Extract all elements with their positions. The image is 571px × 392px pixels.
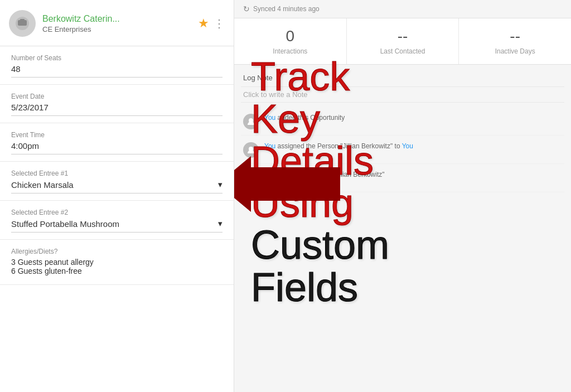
activity-avatar-1 — [243, 142, 259, 158]
contact-company: CE Enterprises — [42, 25, 191, 33]
activity-text-0: You added this Opportunity — [264, 113, 345, 123]
field-group-allergies: Allergies/Diets? 3 Guests peanut allergy… — [0, 240, 234, 285]
field-label-event-date: Event Date — [11, 93, 222, 100]
stat-interactions: 0 Interactions — [234, 18, 347, 64]
stat-label-last-contacted: Last Contacted — [380, 47, 425, 55]
stat-inactive-days: -- Inactive Days — [459, 18, 571, 64]
stats-row: 0 Interactions -- Last Contacted -- Inac… — [234, 18, 571, 65]
field-label-entree2: Selected Entree #2 — [11, 209, 222, 216]
activity-rest-2: added the Person "Jillian Berkowitz" — [278, 171, 385, 178]
contact-actions: ★ ⋮ — [198, 16, 225, 31]
log-note-label[interactable]: Log Note — [243, 74, 273, 82]
avatar — [9, 10, 36, 37]
field-label-event-time: Event Time — [11, 131, 222, 139]
activity-item-2: You added the Person "Jillian Berkowitz" — [241, 164, 564, 192]
activity-rest-1: assigned the Person "Jillian Berkowitz" … — [278, 142, 402, 150]
activity-link-you-2[interactable]: You — [264, 171, 275, 178]
field-value-event-time[interactable]: 4:00pm — [11, 141, 222, 154]
field-group-entree1: Selected Entree #1 Chicken Marsala ▾ — [0, 162, 234, 201]
field-value-allergies: 3 Guests peanut allergy 6 Guests gluten-… — [11, 258, 222, 278]
log-note-dropdown[interactable]: ▾ — [277, 74, 280, 82]
sync-text: Synced 4 minutes ago — [253, 5, 320, 13]
activity-link-you-1b[interactable]: You — [402, 142, 413, 150]
entree2-dropdown[interactable]: Stuffed Portabella Mushroom ▾ — [11, 219, 222, 233]
stat-label-inactive-days: Inactive Days — [495, 47, 535, 55]
field-label-allergies: Allergies/Diets? — [11, 248, 222, 255]
note-placeholder[interactable]: Click to write a Note — [241, 87, 564, 103]
fields-section: Number of Seats 48 Event Date 5/23/2017 … — [0, 46, 234, 285]
svg-rect-2 — [20, 19, 25, 22]
log-note-dropdown-arrow: ▾ — [277, 74, 280, 82]
entree1-value: Chicken Marsala — [11, 180, 74, 190]
activity-text-2: You added the Person "Jillian Berkowitz" — [264, 170, 385, 180]
activity-avatar-0 — [243, 114, 259, 129]
stat-label-interactions: Interactions — [273, 47, 307, 55]
entree1-dropdown-arrow: ▾ — [218, 180, 222, 190]
activity-rest-0: added this Opportunity — [278, 114, 345, 122]
stat-value-interactions: 0 — [286, 27, 295, 45]
right-panel: ↻ Synced 4 minutes ago 0 Interactions --… — [234, 0, 571, 392]
sync-bar: ↻ Synced 4 minutes ago — [234, 0, 571, 18]
field-group-seats: Number of Seats 48 — [0, 46, 234, 85]
activity-section: Log Note ▾ Click to write a Note You add… — [234, 65, 571, 392]
left-panel: Berkowitz Caterin... CE Enterprises ★ ⋮ … — [0, 0, 234, 392]
log-note-row: Log Note ▾ — [241, 69, 564, 87]
contact-info: Berkowitz Caterin... CE Enterprises — [42, 14, 191, 33]
activity-link-you-1[interactable]: You — [264, 142, 275, 150]
contact-header: Berkowitz Caterin... CE Enterprises ★ ⋮ — [0, 0, 234, 46]
star-icon[interactable]: ★ — [198, 16, 209, 31]
field-group-entree2: Selected Entree #2 Stuffed Portabella Mu… — [0, 201, 234, 240]
activity-link-you-0[interactable]: You — [264, 114, 275, 122]
entree1-dropdown[interactable]: Chicken Marsala ▾ — [11, 180, 222, 193]
field-value-seats[interactable]: 48 — [11, 64, 222, 78]
stat-value-inactive-days: -- — [510, 27, 520, 45]
activity-item-0: You added this Opportunity — [241, 107, 564, 135]
activity-text-1: You assigned the Person "Jillian Berkowi… — [264, 141, 413, 151]
field-label-entree1: Selected Entree #1 — [11, 170, 222, 177]
stat-last-contacted: -- Last Contacted — [347, 18, 459, 64]
activity-avatar-2 — [243, 171, 259, 186]
contact-name[interactable]: Berkowitz Caterin... — [42, 14, 191, 24]
sync-icon: ↻ — [243, 4, 250, 13]
field-group-event-date: Event Date 5/23/2017 — [0, 85, 234, 123]
main-container: Berkowitz Caterin... CE Enterprises ★ ⋮ … — [0, 0, 571, 392]
activity-item-1: You assigned the Person "Jillian Berkowi… — [241, 135, 564, 164]
field-group-event-time: Event Time 4:00pm — [0, 123, 234, 162]
stat-value-last-contacted: -- — [398, 27, 408, 45]
entree2-dropdown-arrow: ▾ — [218, 219, 222, 229]
entree2-value: Stuffed Portabella Mushroom — [11, 219, 119, 229]
field-value-event-date[interactable]: 5/23/2017 — [11, 103, 222, 116]
more-icon[interactable]: ⋮ — [214, 17, 225, 30]
field-label-seats: Number of Seats — [11, 54, 222, 62]
